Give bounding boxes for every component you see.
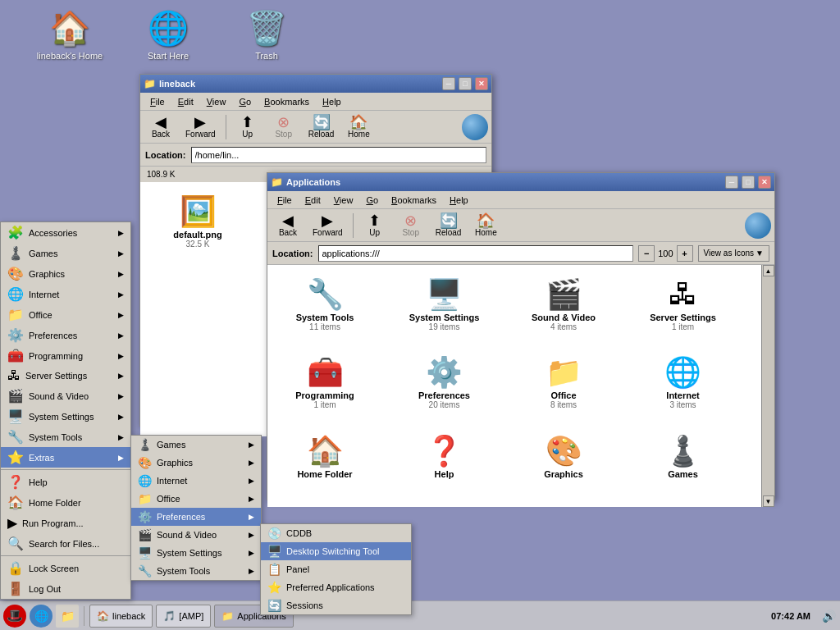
lineback-close-btn[interactable]: ✕ [475, 77, 488, 90]
menu-item-system-settings[interactable]: 🖥️ System Settings ▶ [1, 406, 130, 427]
applications-forward-btn[interactable]: ▶Forward [307, 211, 349, 240]
taskbar: 🎩 🌐 📁 🏠 lineback 🎵 [AMP] 📁 Applications … [0, 600, 840, 630]
submenu-extras-games[interactable]: ♟️ Games ▶ [131, 436, 261, 454]
lineback-locationbar: Location: [140, 144, 491, 167]
applications-back-btn[interactable]: ◀Back [271, 211, 305, 240]
taskbar-amp-btn[interactable]: 🎵 [AMP] [156, 605, 211, 628]
applications-minimize-btn[interactable]: ─ [725, 176, 738, 189]
taskbar-lineback-btn[interactable]: 🏠 lineback [89, 605, 153, 628]
desktop-icon-starthere[interactable]: 🌐 Start Here [131, 8, 205, 61]
menu-item-graphics[interactable]: 🎨 Graphics ▶ [1, 263, 130, 284]
lineback-up-btn[interactable]: ⬆Up [231, 112, 265, 141]
submenu-extras-system-settings[interactable]: 🖥️ System Settings ▶ [131, 544, 261, 562]
applications-close-btn[interactable]: ✕ [758, 176, 771, 189]
applications-menu-file[interactable]: File [271, 194, 299, 207]
applications-menu-edit[interactable]: Edit [299, 194, 327, 207]
lineback-menu-help[interactable]: Help [316, 95, 348, 108]
app-item-help[interactable]: ❓ Help [395, 430, 494, 499]
app-item-server-settings[interactable]: 🖧 Server Settings 1 item [634, 273, 733, 351]
applications-menu-view[interactable]: View [327, 194, 360, 207]
app-item-preferences[interactable]: ⚙️ Preferences 20 items [395, 351, 494, 429]
scrollbar[interactable]: ▲ ▼ [761, 265, 774, 507]
submenu-pref-sessions[interactable]: 🔄 Sessions [261, 596, 411, 614]
submenu-pref-desktop-switching-tool[interactable]: 🖥️ Desktop Switching Tool [261, 542, 411, 560]
lineback-menu-go[interactable]: Go [232, 95, 258, 108]
menu-item-system-tools[interactable]: 🔧 System Tools ▶ [1, 427, 130, 447]
menu-item-sound-video[interactable]: 🎬 Sound & Video ▶ [1, 386, 130, 406]
menu-item-programming[interactable]: 🧰 Programming ▶ [1, 345, 130, 366]
menu-item-accessories-label: Accessories [29, 228, 77, 238]
lineback-minimize-btn[interactable]: ─ [442, 77, 455, 90]
lineback-menu-bookmarks[interactable]: Bookmarks [258, 95, 316, 108]
menu-item-sound-video-label: Sound & Video [29, 391, 89, 401]
applications-menu-go[interactable]: Go [359, 194, 385, 207]
menu-item-extras[interactable]: ⭐ Extras ▶ [1, 447, 130, 468]
scroll-up-btn[interactable]: ▲ [763, 265, 774, 276]
applications-stop-btn[interactable]: ⊗Stop [394, 211, 428, 240]
desktop-icon-starthere-label: Start Here [148, 51, 189, 61]
submenu-extras-internet[interactable]: 🌐 Internet ▶ [131, 472, 261, 490]
applications-location-input[interactable] [318, 245, 634, 262]
menu-item-accessories[interactable]: 🧩 Accessories ▶ [1, 222, 130, 243]
app-item-sound-video[interactable]: 🎬 Sound & Video 4 items [514, 273, 613, 351]
menu-item-run-program[interactable]: ▶ Run Program... [1, 513, 130, 533]
taskbar-browser-btn[interactable]: 🌐 [30, 605, 52, 628]
submenu-pref-preferred-applications[interactable]: ⭐ Preferred Applications [261, 578, 411, 596]
submenu-pref-panel[interactable]: 📋 Panel [261, 560, 411, 578]
view-as-icons-btn[interactable]: View as Icons ▼ [698, 245, 769, 262]
menu-item-office[interactable]: 📁 Office ▶ [1, 304, 130, 325]
applications-maximize-btn[interactable]: □ [742, 176, 755, 189]
submenu-arrow: ▶ [249, 441, 254, 449]
submenu-extras-preferences[interactable]: ⚙️ Preferences ▶ [131, 508, 261, 526]
menu-item-preferences[interactable]: ⚙️ Preferences ▶ [1, 325, 130, 345]
app-item-programming[interactable]: 🧰 Programming 1 item [276, 351, 374, 429]
app-item-games[interactable]: ♟️ Games [634, 430, 733, 499]
lineback-maximize-btn[interactable]: □ [459, 77, 472, 90]
app-item-home-folder[interactable]: 🏠 Home Folder [276, 430, 374, 499]
submenu-extras-sound-video[interactable]: 🎬 Sound & Video ▶ [131, 526, 261, 544]
app-item-office[interactable]: 📁 Office 8 items [514, 351, 613, 429]
lineback-stop-btn[interactable]: ⊗Stop [267, 112, 301, 141]
lineback-menu-view[interactable]: View [200, 95, 233, 108]
submenu-arrow: ▶ [118, 392, 124, 400]
applications-menu-bookmarks[interactable]: Bookmarks [385, 194, 443, 207]
menu-item-help[interactable]: ❓ Help [1, 472, 130, 492]
menu-item-home-folder[interactable]: 🏠 Home Folder [1, 492, 130, 513]
applications-menu-help[interactable]: Help [443, 194, 475, 207]
lineback-home-btn[interactable]: 🏠Home [341, 112, 376, 141]
taskbar-files-btn[interactable]: 📁 [56, 605, 79, 628]
menu-item-games[interactable]: ♟️ Games ▶ [1, 243, 130, 263]
submenu-pref-cddb[interactable]: 💿 CDDB [261, 524, 411, 542]
lineback-forward-btn[interactable]: ▶Forward [180, 112, 221, 141]
submenu-extras-system-tools[interactable]: 🔧 System Tools ▶ [131, 562, 261, 580]
zoom-in-btn[interactable]: + [677, 245, 693, 262]
menu-item-internet[interactable]: 🌐 Internet ▶ [1, 284, 130, 304]
desktop-icon-home[interactable]: 🏠 lineback's Home [33, 8, 107, 61]
submenu-arrow: ▶ [249, 477, 254, 485]
scroll-down-btn[interactable]: ▼ [763, 495, 774, 507]
submenu-extras-graphics[interactable]: 🎨 Graphics ▶ [131, 454, 261, 472]
lineback-menu-file[interactable]: File [144, 95, 171, 108]
lineback-location-input[interactable] [191, 147, 487, 163]
menu-item-log-out[interactable]: 🚪 Log Out [1, 578, 130, 599]
applications-up-btn[interactable]: ⬆Up [358, 211, 392, 240]
desktop-icon-trash[interactable]: 🗑️ Trash [230, 8, 304, 61]
taskbar-volume-icon[interactable]: 🔊 [820, 606, 837, 626]
taskbar-start-btn[interactable]: 🎩 [3, 605, 26, 628]
lineback-titlebar: 📁 lineback ─ □ ✕ [140, 75, 491, 93]
lineback-back-btn[interactable]: ◀Back [144, 112, 178, 141]
menu-item-lock-screen[interactable]: 🔒 Lock Screen [1, 558, 130, 578]
lineback-reload-btn[interactable]: 🔄Reload [303, 112, 340, 141]
file-item-default-png[interactable]: 🖼️ default.png 32.5 K [148, 190, 247, 428]
app-item-system-settings[interactable]: 🖥️ System Settings 19 items [395, 273, 494, 351]
menu-item-search-files[interactable]: 🔍 Search for Files... [1, 533, 130, 554]
applications-reload-btn[interactable]: 🔄Reload [430, 211, 468, 240]
app-item-graphics[interactable]: 🎨 Graphics [514, 430, 613, 499]
app-item-system-tools[interactable]: 🔧 System Tools 11 items [276, 273, 374, 351]
lineback-menu-edit[interactable]: Edit [171, 95, 200, 108]
zoom-out-btn[interactable]: − [638, 245, 655, 262]
applications-home-btn[interactable]: 🏠Home [468, 211, 503, 240]
app-item-internet[interactable]: 🌐 Internet 3 items [634, 351, 733, 429]
submenu-extras-office[interactable]: 📁 Office ▶ [131, 490, 261, 508]
menu-item-server-settings[interactable]: 🖧 Server Settings ▶ [1, 366, 130, 386]
